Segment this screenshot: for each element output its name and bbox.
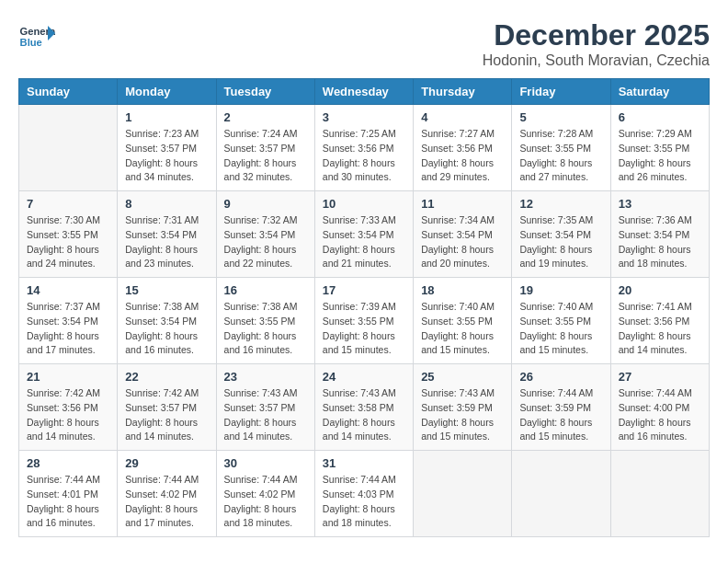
day-number: 9 [224, 197, 307, 211]
day-info: Sunrise: 7:41 AM Sunset: 3:56 PM Dayligh… [619, 300, 701, 358]
day-number: 2 [224, 110, 307, 124]
calendar-cell: 24Sunrise: 7:43 AM Sunset: 3:58 PM Dayli… [314, 364, 413, 451]
header-sunday: Sunday [19, 79, 118, 105]
day-number: 26 [519, 370, 602, 384]
calendar-cell: 22Sunrise: 7:42 AM Sunset: 3:57 PM Dayli… [118, 364, 216, 451]
calendar-cell: 31Sunrise: 7:44 AM Sunset: 4:03 PM Dayli… [314, 451, 413, 537]
logo-icon: General Blue [18, 18, 55, 55]
calendar-cell: 28Sunrise: 7:44 AM Sunset: 4:01 PM Dayli… [19, 451, 118, 537]
calendar-cell [512, 451, 610, 537]
day-info: Sunrise: 7:35 AM Sunset: 3:54 PM Dayligh… [519, 213, 602, 271]
day-number: 6 [619, 110, 701, 124]
calendar-cell: 20Sunrise: 7:41 AM Sunset: 3:56 PM Dayli… [610, 278, 709, 364]
calendar-cell: 7Sunrise: 7:30 AM Sunset: 3:55 PM Daylig… [19, 191, 118, 278]
header-monday: Monday [118, 79, 216, 105]
day-info: Sunrise: 7:30 AM Sunset: 3:55 PM Dayligh… [27, 213, 109, 271]
day-info: Sunrise: 7:44 AM Sunset: 4:02 PM Dayligh… [224, 473, 307, 531]
day-info: Sunrise: 7:33 AM Sunset: 3:54 PM Dayligh… [323, 213, 405, 271]
calendar-cell: 18Sunrise: 7:40 AM Sunset: 3:55 PM Dayli… [414, 278, 512, 364]
header-tuesday: Tuesday [216, 79, 314, 105]
day-info: Sunrise: 7:44 AM Sunset: 4:01 PM Dayligh… [27, 473, 109, 531]
calendar-cell: 1Sunrise: 7:23 AM Sunset: 3:57 PM Daylig… [118, 105, 216, 191]
calendar-cell: 6Sunrise: 7:29 AM Sunset: 3:55 PM Daylig… [610, 105, 709, 191]
title-block: December 2025 Hodonin, South Moravian, C… [483, 18, 710, 69]
day-number: 10 [323, 197, 405, 211]
day-number: 25 [421, 370, 504, 384]
day-info: Sunrise: 7:44 AM Sunset: 4:02 PM Dayligh… [125, 473, 208, 531]
calendar-cell: 19Sunrise: 7:40 AM Sunset: 3:55 PM Dayli… [512, 278, 610, 364]
day-info: Sunrise: 7:43 AM Sunset: 3:59 PM Dayligh… [421, 386, 504, 444]
calendar-week-row: 14Sunrise: 7:37 AM Sunset: 3:54 PM Dayli… [19, 278, 710, 364]
day-number: 12 [519, 197, 602, 211]
day-info: Sunrise: 7:32 AM Sunset: 3:54 PM Dayligh… [224, 213, 307, 271]
day-number: 30 [224, 456, 307, 470]
day-number: 31 [323, 456, 405, 470]
day-info: Sunrise: 7:37 AM Sunset: 3:54 PM Dayligh… [27, 300, 109, 358]
day-number: 19 [519, 283, 602, 297]
day-info: Sunrise: 7:44 AM Sunset: 4:00 PM Dayligh… [619, 386, 701, 444]
day-number: 1 [125, 110, 208, 124]
day-number: 18 [421, 283, 504, 297]
day-number: 23 [224, 370, 307, 384]
day-info: Sunrise: 7:39 AM Sunset: 3:55 PM Dayligh… [323, 300, 405, 358]
calendar-cell: 16Sunrise: 7:38 AM Sunset: 3:55 PM Dayli… [216, 278, 314, 364]
day-info: Sunrise: 7:23 AM Sunset: 3:57 PM Dayligh… [125, 127, 208, 185]
calendar-cell: 17Sunrise: 7:39 AM Sunset: 3:55 PM Dayli… [314, 278, 413, 364]
day-info: Sunrise: 7:34 AM Sunset: 3:54 PM Dayligh… [421, 213, 504, 271]
calendar-week-row: 28Sunrise: 7:44 AM Sunset: 4:01 PM Dayli… [19, 451, 710, 537]
day-info: Sunrise: 7:42 AM Sunset: 3:56 PM Dayligh… [27, 386, 109, 444]
calendar-cell: 14Sunrise: 7:37 AM Sunset: 3:54 PM Dayli… [19, 278, 118, 364]
header-wednesday: Wednesday [314, 79, 413, 105]
day-number: 24 [323, 370, 405, 384]
calendar-cell: 27Sunrise: 7:44 AM Sunset: 4:00 PM Dayli… [610, 364, 709, 451]
header-thursday: Thursday [414, 79, 512, 105]
header-friday: Friday [512, 79, 610, 105]
day-number: 27 [619, 370, 701, 384]
calendar-cell: 25Sunrise: 7:43 AM Sunset: 3:59 PM Dayli… [414, 364, 512, 451]
calendar-week-row: 21Sunrise: 7:42 AM Sunset: 3:56 PM Dayli… [19, 364, 710, 451]
calendar-cell: 30Sunrise: 7:44 AM Sunset: 4:02 PM Dayli… [216, 451, 314, 537]
day-number: 11 [421, 197, 504, 211]
day-info: Sunrise: 7:36 AM Sunset: 3:54 PM Dayligh… [619, 213, 701, 271]
header-saturday: Saturday [610, 79, 709, 105]
day-info: Sunrise: 7:38 AM Sunset: 3:55 PM Dayligh… [224, 300, 307, 358]
calendar-cell: 21Sunrise: 7:42 AM Sunset: 3:56 PM Dayli… [19, 364, 118, 451]
calendar-cell: 9Sunrise: 7:32 AM Sunset: 3:54 PM Daylig… [216, 191, 314, 278]
day-info: Sunrise: 7:40 AM Sunset: 3:55 PM Dayligh… [519, 300, 602, 358]
day-number: 5 [519, 110, 602, 124]
day-info: Sunrise: 7:29 AM Sunset: 3:55 PM Dayligh… [619, 127, 701, 185]
svg-text:Blue: Blue [20, 37, 42, 48]
calendar-cell: 3Sunrise: 7:25 AM Sunset: 3:56 PM Daylig… [314, 105, 413, 191]
day-info: Sunrise: 7:38 AM Sunset: 3:54 PM Dayligh… [125, 300, 208, 358]
day-info: Sunrise: 7:44 AM Sunset: 3:59 PM Dayligh… [519, 386, 602, 444]
calendar-cell [610, 451, 709, 537]
logo: General Blue [18, 18, 59, 55]
day-number: 15 [125, 283, 208, 297]
calendar-cell: 29Sunrise: 7:44 AM Sunset: 4:02 PM Dayli… [118, 451, 216, 537]
calendar-cell: 13Sunrise: 7:36 AM Sunset: 3:54 PM Dayli… [610, 191, 709, 278]
day-number: 29 [125, 456, 208, 470]
page-header: General Blue December 2025 Hodonin, Sout… [18, 18, 710, 69]
calendar-cell: 15Sunrise: 7:38 AM Sunset: 3:54 PM Dayli… [118, 278, 216, 364]
day-number: 22 [125, 370, 208, 384]
day-info: Sunrise: 7:25 AM Sunset: 3:56 PM Dayligh… [323, 127, 405, 185]
day-number: 21 [27, 370, 109, 384]
day-number: 14 [27, 283, 109, 297]
calendar-table: SundayMondayTuesdayWednesdayThursdayFrid… [18, 78, 710, 537]
day-number: 13 [619, 197, 701, 211]
day-info: Sunrise: 7:43 AM Sunset: 3:57 PM Dayligh… [224, 386, 307, 444]
calendar-cell: 4Sunrise: 7:27 AM Sunset: 3:56 PM Daylig… [414, 105, 512, 191]
calendar-cell: 23Sunrise: 7:43 AM Sunset: 3:57 PM Dayli… [216, 364, 314, 451]
day-info: Sunrise: 7:44 AM Sunset: 4:03 PM Dayligh… [323, 473, 405, 531]
calendar-week-row: 1Sunrise: 7:23 AM Sunset: 3:57 PM Daylig… [19, 105, 710, 191]
day-info: Sunrise: 7:42 AM Sunset: 3:57 PM Dayligh… [125, 386, 208, 444]
calendar-cell: 2Sunrise: 7:24 AM Sunset: 3:57 PM Daylig… [216, 105, 314, 191]
day-info: Sunrise: 7:31 AM Sunset: 3:54 PM Dayligh… [125, 213, 208, 271]
calendar-cell [19, 105, 118, 191]
day-info: Sunrise: 7:43 AM Sunset: 3:58 PM Dayligh… [323, 386, 405, 444]
day-info: Sunrise: 7:27 AM Sunset: 3:56 PM Dayligh… [421, 127, 504, 185]
calendar-cell: 26Sunrise: 7:44 AM Sunset: 3:59 PM Dayli… [512, 364, 610, 451]
calendar-cell: 11Sunrise: 7:34 AM Sunset: 3:54 PM Dayli… [414, 191, 512, 278]
day-info: Sunrise: 7:24 AM Sunset: 3:57 PM Dayligh… [224, 127, 307, 185]
calendar-title: December 2025 [483, 18, 710, 52]
